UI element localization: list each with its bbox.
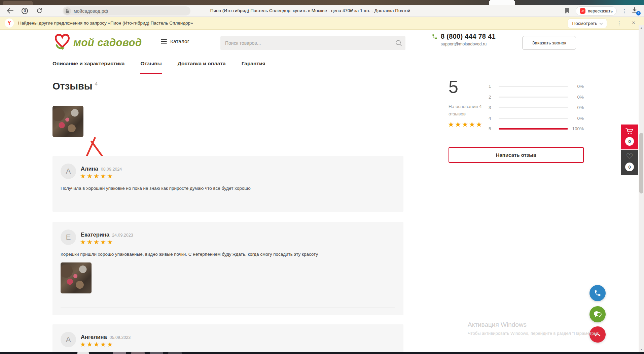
avatar: А bbox=[61, 164, 76, 179]
contact-block: 8 (800) 444 78 41 support@moisadovod.ru bbox=[432, 33, 496, 46]
site-header: мой садовод Каталог 8 (800) 444 78 41 su… bbox=[0, 30, 644, 57]
browser-active-tab[interactable] bbox=[489, 0, 515, 5]
review-date: 08.09.2024 bbox=[101, 167, 122, 172]
review-author: Алина08.09.2024 bbox=[81, 166, 122, 172]
scrollbar-thumb[interactable] bbox=[639, 133, 643, 193]
support-email[interactable]: support@moisadovod.ru bbox=[432, 42, 496, 46]
tabs-divider bbox=[52, 76, 584, 76]
tab-warranty[interactable]: Гарантия bbox=[242, 61, 265, 74]
distribution-bar bbox=[499, 128, 568, 130]
browser-tab[interactable] bbox=[3, 1, 33, 5]
infobar-close-icon[interactable]: × bbox=[632, 20, 635, 26]
taskbar-app[interactable] bbox=[150, 352, 163, 354]
write-review-button[interactable]: Написать отзыв bbox=[449, 147, 584, 163]
callback-button[interactable]: Заказать звонок bbox=[522, 36, 576, 50]
taskbar-app[interactable] bbox=[131, 352, 145, 354]
scrollbar-up-icon[interactable]: ▲ bbox=[639, 27, 644, 29]
cart-button[interactable]: 0 bbox=[621, 125, 638, 149]
infobar-text: Найдены другие предложения по запросу «П… bbox=[18, 21, 193, 26]
review-card: Е Екатерина24.09.2023 ★★★★★ Корешки приш… bbox=[52, 222, 403, 315]
url-text: мойсадовод.рф bbox=[74, 8, 108, 14]
distribution-star-label: 3 bbox=[489, 105, 495, 110]
review-text: Получила в хорошей упаковке но пока не з… bbox=[61, 185, 390, 191]
screen: Я мойсадовод.рф Пион (Ито-гибрид) Пастел… bbox=[0, 0, 644, 354]
search-icon[interactable] bbox=[392, 40, 405, 46]
review-card: А Алина08.09.2024 ★★★★★ Получила в хорош… bbox=[52, 156, 403, 212]
page-scrollbar[interactable]: ▲ ▼ bbox=[639, 25, 644, 352]
distribution-star-label: 5 bbox=[489, 126, 495, 131]
view-offers-button[interactable]: Посмотреть bbox=[568, 19, 607, 28]
toolbar-menu-icon[interactable]: ⋮ bbox=[622, 8, 627, 13]
avatar: А bbox=[61, 332, 76, 347]
browser-tab-strip bbox=[0, 0, 644, 5]
rating-average: 5 bbox=[449, 77, 458, 97]
reviews-heading: Отзывы4 bbox=[52, 81, 98, 92]
search-input[interactable] bbox=[220, 36, 392, 50]
scrollbar-down-icon[interactable]: ▼ bbox=[639, 348, 644, 351]
tab-description[interactable]: Описание и характеристика bbox=[52, 61, 124, 74]
retell-icon: « bbox=[580, 8, 585, 14]
back-icon[interactable] bbox=[7, 7, 13, 14]
review-stars: ★★★★★ bbox=[80, 238, 114, 246]
distribution-percent: 100% bbox=[568, 126, 584, 131]
rating-basis-line2: отзывов bbox=[449, 110, 492, 118]
distribution-percent: 0% bbox=[568, 105, 584, 110]
cart-icon bbox=[621, 128, 638, 135]
logo-text: мой садовод bbox=[73, 37, 142, 49]
downloads-button[interactable]: 6 bbox=[632, 7, 639, 14]
review-divider bbox=[61, 204, 395, 204]
rating-stars: ★★★★★ bbox=[448, 120, 483, 129]
reviews-count: 4 bbox=[95, 81, 98, 86]
phone-icon bbox=[594, 289, 601, 297]
view-offers-label: Посмотреть bbox=[572, 21, 597, 26]
phone-number[interactable]: 8 (800) 444 78 41 bbox=[441, 33, 496, 40]
lock-icon[interactable] bbox=[64, 7, 71, 15]
catalog-button[interactable]: Каталог bbox=[161, 38, 189, 44]
chat-fab-button[interactable] bbox=[589, 306, 606, 322]
catalog-label: Каталог bbox=[170, 38, 189, 44]
yandex-home-icon[interactable]: Я bbox=[22, 8, 28, 14]
windows-activation-watermark: Активация Windows Чтобы активировать Win… bbox=[468, 321, 600, 336]
retell-button[interactable]: « пересказать bbox=[576, 6, 617, 15]
write-review-label: Написать отзыв bbox=[496, 152, 537, 158]
url-bar[interactable]: мойсадовод.рф bbox=[63, 6, 190, 15]
tab-reviews[interactable]: Отзывы bbox=[140, 61, 162, 74]
avatar: Е bbox=[61, 229, 76, 245]
offers-infobar: Y Найдены другие предложения по запросу … bbox=[0, 17, 644, 30]
distribution-row: 2 0% bbox=[489, 92, 584, 103]
toolbar-left-group: Я bbox=[7, 5, 43, 17]
taskbar-app[interactable] bbox=[168, 352, 182, 354]
review-text: Корешки пришли хорошо упакованные, видно… bbox=[61, 251, 390, 257]
review-gallery-thumbnail[interactable] bbox=[52, 106, 83, 137]
retell-label: пересказать bbox=[588, 8, 613, 13]
distribution-star-label: 1 bbox=[489, 84, 495, 89]
distribution-bar bbox=[499, 97, 568, 98]
chevron-down-icon bbox=[600, 21, 603, 25]
heart-icon: ♡ bbox=[621, 152, 638, 161]
rating-distribution: 1 0% 2 0% 3 0% 4 0% 5 100% bbox=[489, 81, 584, 134]
distribution-row: 4 0% bbox=[489, 113, 584, 124]
yandex-letter: Я bbox=[24, 9, 26, 13]
site-logo[interactable]: мой садовод bbox=[53, 32, 142, 53]
review-divider bbox=[61, 308, 395, 308]
taskbar-app[interactable] bbox=[113, 352, 126, 354]
taskbar-app[interactable] bbox=[77, 352, 89, 354]
review-photo[interactable] bbox=[61, 262, 92, 293]
distribution-percent: 0% bbox=[568, 116, 584, 121]
distribution-percent: 0% bbox=[568, 84, 584, 89]
watermark-line1: Активация Windows bbox=[468, 321, 600, 328]
favorites-button[interactable]: ♡ 0 bbox=[621, 150, 638, 175]
review-author: Ангелина05.09.2023 bbox=[81, 334, 131, 340]
bookmark-icon[interactable] bbox=[564, 7, 571, 14]
review-date: 05.09.2023 bbox=[110, 335, 131, 340]
call-fab-button[interactable] bbox=[589, 285, 606, 301]
review-author-name: Алина bbox=[81, 166, 98, 172]
tab-delivery[interactable]: Доставка и оплата bbox=[178, 61, 226, 74]
distribution-star-label: 4 bbox=[489, 116, 495, 121]
yandex-logo-icon: Y bbox=[5, 19, 14, 28]
product-tabs: Описание и характеристика Отзывы Доставк… bbox=[52, 61, 265, 74]
infobar-menu-icon[interactable]: ⋮ bbox=[617, 21, 622, 26]
logo-heart-icon bbox=[53, 32, 71, 53]
review-author-name: Екатерина bbox=[81, 232, 109, 238]
refresh-icon[interactable] bbox=[36, 7, 43, 14]
